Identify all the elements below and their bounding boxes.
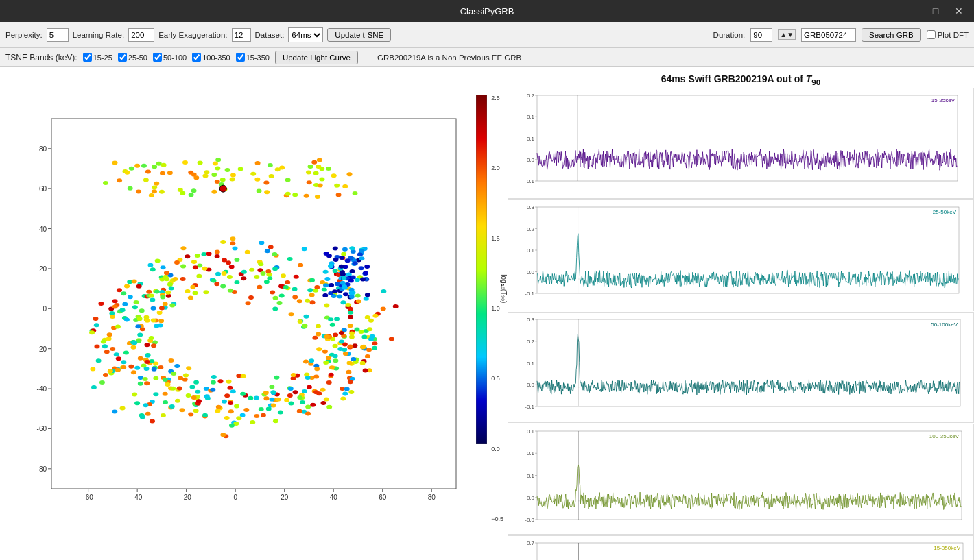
lc-canvas-1 [508,88,968,195]
light-curves-title: 64ms Swift GRB200219A out of T90 [508,71,974,88]
curve-panel-3 [508,312,974,423]
close-button[interactable]: ✕ [949,3,969,19]
main-area: 2.5 2.0 1.5 1.0 0.5 0.0 −0.5 log₁₀(T₉₀) … [0,67,974,560]
band-15-350-checkbox[interactable] [236,53,245,62]
duration-arrows[interactable]: ▲▼ [778,29,796,40]
update-tsne-button[interactable]: Update t-SNE [327,28,391,42]
dataset-label: Dataset: [255,31,285,39]
light-curves-container [508,88,974,560]
lc-canvas-2 [508,200,969,307]
band-25-50-label: 25-50 [118,53,147,62]
maximize-button[interactable]: □ [926,3,945,19]
toolbar-row2: TSNE Bands (keV): 15-25 25-50 50-100 100… [0,48,974,67]
minimize-button[interactable]: – [903,3,922,19]
duration-label: Duration: [713,31,746,39]
curve-panel-1 [508,88,974,199]
band-25-50-checkbox[interactable] [118,53,127,62]
curve-panel-2 [508,199,974,311]
colorbar-axis-label: log₁₀(T₉₀) [500,274,508,303]
band-100-350-checkbox[interactable] [192,53,201,62]
learning-rate-input[interactable] [128,28,154,42]
colorbar-container [475,95,488,522]
curve-panel-5 [508,535,974,560]
colorbar [476,95,487,444]
light-curves-panel: 64ms Swift GRB200219A out of T90 Time si… [508,67,974,560]
colorbar-labels: 2.5 2.0 1.5 1.0 0.5 0.0 −0.5 [491,95,503,522]
band-100-350-label: 100-350 [192,53,230,62]
lc-canvas-5 [508,536,973,560]
update-light-curve-button[interactable]: Update Light Curve [275,51,358,64]
dataset-select[interactable]: 64ms 1s [288,27,323,42]
search-grb-button[interactable]: Search GRB [862,28,921,42]
tsne-bands-label: TSNE Bands (keV): [5,53,78,62]
plot-dft-checkbox[interactable] [927,30,936,39]
app-title: ClassiPyGRB [460,6,514,16]
grb-status-text: GRB200219A is a Non Previous EE GRB [377,53,521,62]
learning-rate-label: Learning Rate: [73,31,124,39]
grb-id-input[interactable] [801,28,856,42]
tsne-canvas[interactable] [14,108,494,520]
band-15-25-label: 15-25 [83,53,112,62]
curve-panel-4 [508,424,974,535]
duration-input[interactable] [750,28,772,42]
early-exag-label: Early Exaggeration: [158,31,227,39]
toolbar-row1: Perplexity: Learning Rate: Early Exagger… [0,22,974,48]
perplexity-label: Perplexity: [5,31,43,39]
tsne-panel: 2.5 2.0 1.5 1.0 0.5 0.0 −0.5 log₁₀(T₉₀) [0,67,508,560]
lc-canvas-4 [508,424,972,533]
plot-dft-label: Plot DFT [927,30,969,39]
title-bar: ClassiPyGRB – □ ✕ [0,0,974,22]
band-50-100-checkbox[interactable] [153,53,162,62]
band-15-25-checkbox[interactable] [83,53,92,62]
lc-canvas-3 [508,313,971,420]
band-50-100-label: 50-100 [153,53,187,62]
band-15-350-label: 15-350 [236,53,270,62]
perplexity-input[interactable] [47,28,69,42]
early-exag-input[interactable] [232,28,251,42]
